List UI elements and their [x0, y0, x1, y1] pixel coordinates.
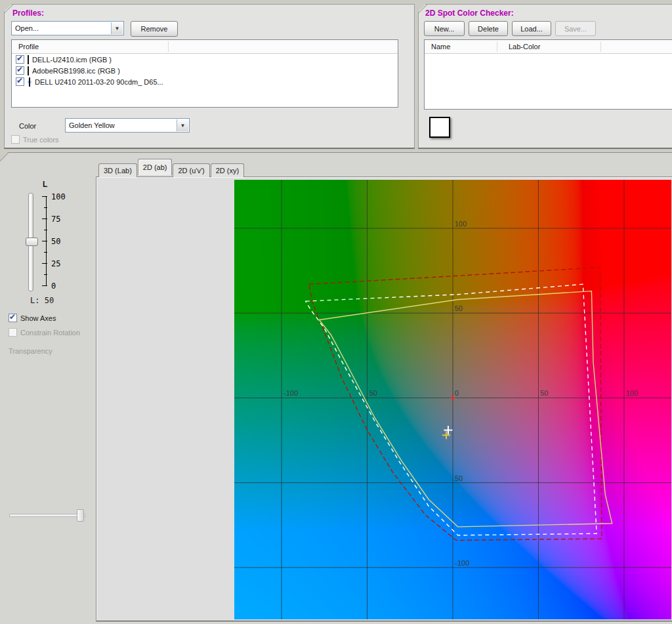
- lab-color-column-header: Lab-Color: [509, 43, 540, 51]
- true-colors-checkbox-row[interactable]: True colors: [11, 135, 59, 144]
- y-axis-label: 100: [455, 220, 467, 228]
- x-axis-label: 50: [540, 389, 548, 397]
- profile-row-dell-measured[interactable]: ✔ DELL U2410 2011-03-20 90cdm_ D65...: [12, 76, 398, 87]
- profile-row-adobergb[interactable]: ✔ AdobeRGB1998.icc (RGB ): [12, 65, 398, 76]
- chevron-down-icon[interactable]: ▼: [111, 22, 123, 34]
- view-tabpage: -100500501001005050-100: [96, 177, 672, 621]
- l-axis-minor-tick: [44, 230, 47, 230]
- l-axis-tick: [42, 218, 47, 219]
- l-tick-label-25: 25: [51, 259, 60, 268]
- profile-list[interactable]: Profile ✔ DELL-U2410.icm (RGB ) ✔ AdobeR…: [11, 39, 398, 108]
- color-dropdown-value: Golden Yellow: [69, 121, 115, 129]
- check-icon: ✔: [9, 312, 16, 322]
- tab-3d-lab[interactable]: 3D (Lab): [98, 163, 137, 177]
- constrain-rotation-label: Constrain Rotation: [20, 329, 80, 337]
- tab-2d-ab[interactable]: 2D (ab): [138, 159, 173, 175]
- profile-color-swatch: [29, 77, 30, 87]
- constrain-rotation-checkbox-row[interactable]: Constrain Rotation: [9, 328, 80, 337]
- transparency-label: Transparency: [9, 347, 52, 355]
- true-colors-checkbox[interactable]: [11, 135, 20, 144]
- show-axes-checkbox-row[interactable]: ✔ Show Axes: [9, 314, 56, 322]
- x-axis-label: 50: [369, 389, 377, 397]
- profile-color-swatch: [28, 66, 29, 75]
- transparency-slider-thumb[interactable]: [77, 509, 84, 522]
- x-axis-label: 100: [626, 389, 638, 397]
- chart-overlay: -100500501001005050-100: [234, 180, 671, 619]
- view-tabbar: 3D (Lab) 2D (ab) 2D (u'v') 2D (xy): [98, 162, 245, 177]
- column-separator: [600, 41, 601, 52]
- l-axis-minor-tick: [44, 274, 47, 275]
- profiles-panel: Profiles: Open... ▼ Remove Profile ✔ DEL…: [4, 4, 415, 149]
- column-separator: [168, 41, 169, 52]
- spot-marker-yellow: [442, 431, 450, 439]
- check-icon: ✔: [16, 76, 23, 85]
- l-axis-title: L: [43, 180, 47, 189]
- ab-plane-chart[interactable]: -100500501001005050-100: [234, 180, 671, 619]
- spot-checker-title: 2D Spot Color Checker:: [425, 9, 514, 18]
- l-axis-tick: [42, 241, 47, 241]
- name-column-header: Name: [431, 43, 450, 51]
- l-slider-thumb[interactable]: [26, 238, 38, 246]
- spot-marker-white: [444, 426, 452, 434]
- remove-button[interactable]: Remove: [131, 21, 178, 37]
- l-axis-minor-tick: [44, 207, 47, 208]
- spot-table-header[interactable]: Name Lab-Color: [425, 40, 672, 54]
- y-axis-label: 50: [455, 304, 463, 312]
- profile-checkbox[interactable]: ✔: [16, 66, 24, 75]
- profile-label: DELL-U2410.icm (RGB ): [32, 56, 112, 64]
- spot-color-table[interactable]: Name Lab-Color: [424, 39, 672, 110]
- viewer-section: L 100 75 50 25 0 L: 50 ✔ Show Axes Const…: [0, 152, 672, 624]
- profile-row-dell-icm[interactable]: ✔ DELL-U2410.icm (RGB ): [12, 54, 398, 65]
- l-axis-tick: [42, 196, 47, 197]
- profile-label: DELL U2410 2011-03-20 90cdm_ D65...: [35, 78, 163, 86]
- load-button[interactable]: Load...: [512, 21, 551, 36]
- tab-2d-xy[interactable]: 2D (xy): [211, 163, 244, 177]
- l-tick-label-100: 100: [51, 192, 66, 201]
- profile-column-header: Profile: [18, 43, 39, 51]
- column-separator: [497, 41, 497, 52]
- x-axis-label: 0: [455, 389, 459, 397]
- check-icon: ✔: [16, 54, 23, 63]
- l-tick-label-50: 50: [51, 237, 60, 246]
- y-axis-label: 50: [455, 474, 463, 482]
- y-axis-label: -100: [455, 559, 469, 567]
- true-colors-label: True colors: [23, 136, 59, 144]
- l-axis-tick: [42, 285, 47, 286]
- profile-color-swatch: [28, 55, 29, 64]
- gamut-outline: [306, 284, 597, 535]
- gamut-outline: [319, 291, 612, 527]
- app-window: Profiles: Open... ▼ Remove Profile ✔ DEL…: [0, 0, 672, 624]
- l-tick-label-75: 75: [51, 215, 60, 224]
- show-axes-checkbox[interactable]: ✔: [9, 314, 17, 322]
- show-axes-label: Show Axes: [20, 314, 56, 322]
- profile-label: AdobeRGB1998.icc (RGB ): [32, 67, 120, 75]
- profile-checkbox[interactable]: ✔: [16, 55, 24, 64]
- color-dropdown[interactable]: Golden Yellow ▼: [65, 118, 190, 133]
- save-button[interactable]: Save...: [555, 21, 596, 36]
- x-axis-label: -100: [284, 389, 298, 397]
- l-value-readout: L: 50: [30, 296, 54, 305]
- profiles-title: Profiles:: [12, 9, 44, 18]
- tab-2d-uv[interactable]: 2D (u'v'): [173, 163, 209, 177]
- panel-corner-bevel: [0, 150, 11, 162]
- chevron-down-icon[interactable]: ▼: [177, 119, 188, 131]
- profile-list-header[interactable]: Profile: [12, 40, 398, 54]
- spot-checker-panel: 2D Spot Color Checker: New... Delete Loa…: [418, 4, 672, 149]
- new-button[interactable]: New...: [424, 21, 465, 36]
- open-profile-dropdown-value: Open...: [15, 24, 39, 32]
- color-label: Color: [19, 122, 36, 130]
- check-icon: ✔: [16, 65, 23, 74]
- l-axis-minor-tick: [44, 252, 47, 253]
- open-profile-dropdown[interactable]: Open... ▼: [11, 21, 124, 35]
- delete-button[interactable]: Delete: [469, 21, 508, 36]
- transparency-slider-track[interactable]: [9, 514, 85, 517]
- profile-checkbox[interactable]: ✔: [16, 77, 24, 86]
- constrain-rotation-checkbox[interactable]: [9, 328, 17, 337]
- l-axis-tick: [42, 263, 47, 264]
- l-tick-label-0: 0: [51, 281, 56, 291]
- profile-swatch-selected-highlight: [28, 81, 32, 83]
- spot-color-swatch[interactable]: [429, 117, 450, 138]
